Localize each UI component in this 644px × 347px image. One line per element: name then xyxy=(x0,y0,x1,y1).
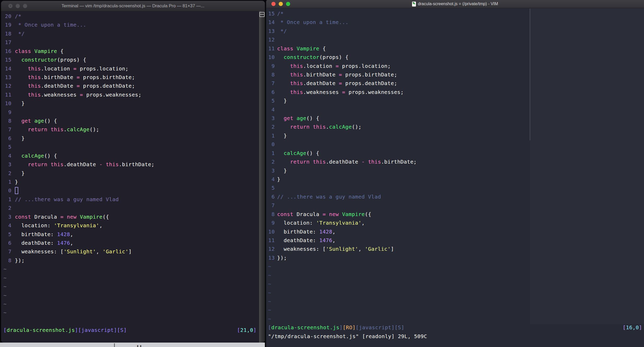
line-number: 1 xyxy=(267,149,275,158)
line-number: 1 xyxy=(3,178,11,186)
code-line[interactable]: 2 } xyxy=(1,169,265,178)
code-line[interactable]: 4 calcAge() { xyxy=(1,152,265,160)
code-line[interactable]: 7 weaknesses: ['Sunlight', 'Garlic'] xyxy=(1,247,265,256)
code-line[interactable]: 18 */ xyxy=(1,29,265,38)
scrollbar-thumb[interactable] xyxy=(530,9,530,140)
line-number: 4 xyxy=(267,175,275,184)
line-number: 19 xyxy=(3,21,11,29)
line-number: 3 xyxy=(267,114,275,123)
code-line[interactable]: 15 constructor(props) { xyxy=(1,56,265,64)
code-line[interactable]: 2 xyxy=(1,204,265,212)
code-line[interactable]: 12 this.deathDate = props.deathDate; xyxy=(1,82,265,90)
code-line[interactable]: 9 xyxy=(1,108,265,117)
background-partial-text: H xyxy=(137,344,158,347)
line-number: 4 xyxy=(3,152,11,160)
line-number: 14 xyxy=(3,64,11,73)
terminal-title-bar[interactable]: Terminal — vim /tmp/dracula-screenshot.j… xyxy=(1,1,265,11)
code-line[interactable]: 5 xyxy=(1,143,265,151)
code-line[interactable]: 11 this.weaknesses = props.weaknesses; xyxy=(1,91,265,99)
background-window-divider xyxy=(114,343,115,347)
line-number: 0 xyxy=(3,186,11,195)
code-line[interactable]: 6 } xyxy=(1,134,265,143)
vim-status-line: [dracula-screenshot.js][RO][javascript][… xyxy=(266,323,644,332)
line-number: 4 xyxy=(3,221,11,230)
vim-buffer-left[interactable]: 20/*19 * Once upon a time...18 */1716cla… xyxy=(1,12,265,343)
line-number: 5 xyxy=(267,184,275,192)
line-number: 11 xyxy=(267,236,275,245)
code-line[interactable]: 1// ...there was a guy named Vlad xyxy=(1,195,265,204)
vim-filler-area xyxy=(530,8,644,324)
line-number: 1 xyxy=(3,195,11,204)
code-line[interactable]: 7 return this.calcAge(); xyxy=(1,125,265,134)
minimize-button[interactable] xyxy=(279,2,283,6)
minimize-button[interactable] xyxy=(16,4,20,8)
tilde-line: ~ xyxy=(1,265,265,273)
line-number: 0 xyxy=(267,140,275,149)
code-line[interactable]: 8 get age() { xyxy=(1,117,265,125)
line-number: 6 xyxy=(3,134,11,143)
line-number: 15 xyxy=(3,56,11,64)
line-number: 9 xyxy=(267,62,275,70)
close-button[interactable] xyxy=(8,4,13,8)
code-line[interactable]: 0 xyxy=(1,186,265,195)
zoom-button[interactable] xyxy=(286,2,290,6)
code-line[interactable]: 8}); xyxy=(1,256,265,265)
line-number: 17 xyxy=(3,38,11,47)
macvim-title-bar[interactable]: JS dracula-screenshot.js = (/private/tmp… xyxy=(266,0,644,8)
vim-status-line: [dracula-screenshot.js][javascript][S][2… xyxy=(1,326,265,334)
code-line[interactable]: 5 birthDate: 1428, xyxy=(1,230,265,239)
status-cursor-position: [21,0] xyxy=(237,326,257,334)
document-js-icon: JS xyxy=(412,2,416,7)
code-line[interactable]: 6 deathDate: 1476, xyxy=(1,239,265,247)
line-number: 8 xyxy=(267,210,275,219)
line-number: 10 xyxy=(267,53,275,62)
code-line[interactable]: 19 * Once upon a time... xyxy=(1,21,265,29)
line-number: 1 xyxy=(267,131,275,140)
code-line[interactable]: 17 xyxy=(1,38,265,47)
code-line[interactable]: 16class Vampire { xyxy=(1,47,265,56)
empty-line xyxy=(1,317,265,326)
code-line[interactable]: 14 this.location = props.location; xyxy=(1,64,265,73)
code-line[interactable]: 4 location: 'Transylvania', xyxy=(1,221,265,230)
split-pane-button[interactable] xyxy=(259,12,265,17)
code-line[interactable]: 3const Dracula = new Vampire({ xyxy=(1,213,265,221)
line-number: 13 xyxy=(267,27,275,35)
line-number: 7 xyxy=(3,247,11,256)
line-number: 2 xyxy=(3,169,11,178)
line-number: 20 xyxy=(3,12,11,21)
line-number: 5 xyxy=(267,97,275,105)
desktop-background: H xyxy=(0,343,265,347)
line-number: 3 xyxy=(3,213,11,221)
code-line[interactable]: 10 } xyxy=(1,99,265,108)
window-title-text: dracula-screenshot.js = (/private/tmp) -… xyxy=(418,0,498,8)
line-number: 7 xyxy=(267,79,275,88)
line-number: 3 xyxy=(3,160,11,169)
line-number: 2 xyxy=(267,123,275,131)
code-line[interactable]: 1} xyxy=(1,178,265,186)
line-number: 11 xyxy=(3,91,11,99)
line-number: 3 xyxy=(267,166,275,175)
tilde-line: ~ xyxy=(1,308,265,317)
status-file-info: [dracula-screenshot.js][RO][javascript][… xyxy=(268,323,404,332)
status-file-info: [dracula-screenshot.js][javascript][S] xyxy=(3,326,127,334)
macvim-window: 15/*14 * Once upon a time...13 */1211cla… xyxy=(265,0,644,347)
line-number: 5 xyxy=(3,230,11,239)
line-number: 6 xyxy=(267,193,275,201)
close-dot-icon xyxy=(10,5,11,7)
tilde-line: ~ xyxy=(1,274,265,282)
code-line[interactable]: 20/* xyxy=(1,12,265,21)
line-number: 12 xyxy=(267,245,275,253)
window-title: Terminal — vim /tmp/dracula-screenshot.j… xyxy=(1,1,265,11)
terminal-window: Terminal — vim /tmp/dracula-screenshot.j… xyxy=(1,1,265,343)
line-number: 12 xyxy=(3,82,11,90)
code-line[interactable]: 3 return this.deathDate - this.birthDate… xyxy=(1,160,265,169)
close-button[interactable] xyxy=(271,2,276,6)
line-number: 15 xyxy=(267,9,275,18)
terminal-scrollbar[interactable] xyxy=(259,11,265,343)
line-number: 8 xyxy=(3,117,11,125)
line-number: 11 xyxy=(267,44,275,53)
zoom-button[interactable] xyxy=(23,4,27,8)
line-number: 6 xyxy=(3,239,11,247)
code-line[interactable]: 13 this.birthDate = props.birthDate; xyxy=(1,73,265,82)
tilde-line: ~ xyxy=(1,282,265,291)
